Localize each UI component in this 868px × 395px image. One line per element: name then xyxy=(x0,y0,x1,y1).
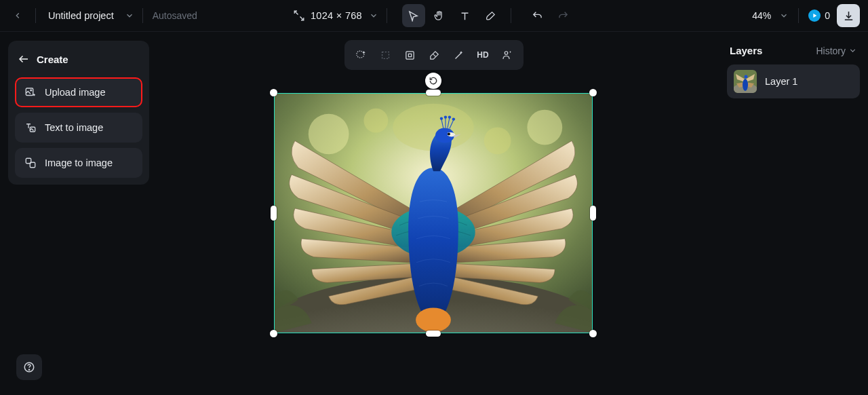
topbar-right: 44% 0 xyxy=(752,4,860,27)
resize-handle-right[interactable] xyxy=(590,206,596,221)
chevron-down-icon xyxy=(779,11,789,20)
svg-point-33 xyxy=(28,369,29,370)
person-sparkle-icon xyxy=(501,49,513,61)
image-to-image-label: Image to image xyxy=(45,157,113,168)
svg-point-10 xyxy=(309,114,349,155)
image-to-image-item[interactable]: Image to image xyxy=(15,148,142,178)
autosaved-status: Autosaved xyxy=(153,10,197,21)
redo-icon xyxy=(557,10,569,22)
upload-image-icon xyxy=(24,86,37,98)
svg-point-25 xyxy=(444,115,447,118)
canvas-toolbar: HD xyxy=(344,40,524,70)
tool-group-history xyxy=(526,4,575,27)
peacock-image xyxy=(275,94,592,333)
download-button[interactable] xyxy=(837,4,860,27)
ai-select-button[interactable] xyxy=(350,44,372,66)
resize-handle-bl[interactable] xyxy=(270,330,277,337)
canvas-image[interactable] xyxy=(274,93,593,333)
select-tool[interactable] xyxy=(402,4,425,27)
chevron-down-icon xyxy=(125,11,134,20)
project-name[interactable]: Untitled project xyxy=(44,10,118,21)
history-button[interactable]: History xyxy=(816,45,857,56)
lasso-sparkle-icon xyxy=(355,49,367,61)
svg-point-27 xyxy=(452,117,455,120)
cursor-icon xyxy=(408,10,419,22)
svg-point-17 xyxy=(416,307,451,332)
divider xyxy=(511,8,511,23)
download-icon xyxy=(843,10,854,22)
resize-handle-tr[interactable] xyxy=(589,89,597,96)
help-icon xyxy=(23,361,35,373)
back-button[interactable] xyxy=(8,6,27,25)
brush-tool[interactable] xyxy=(479,4,502,27)
upload-image-item[interactable]: Upload image xyxy=(15,77,142,107)
brush-icon xyxy=(485,10,496,22)
svg-rect-6 xyxy=(406,51,413,58)
frame-icon xyxy=(404,50,416,61)
credit-icon xyxy=(808,10,821,22)
text-to-image-icon xyxy=(24,121,37,134)
wand-icon xyxy=(453,50,465,61)
rotate-handle[interactable] xyxy=(425,73,441,89)
hd-button[interactable]: HD xyxy=(472,44,494,66)
text-icon xyxy=(459,10,471,22)
resize-canvas-button[interactable] xyxy=(293,10,305,22)
svg-point-8 xyxy=(505,52,508,55)
upload-image-label: Upload image xyxy=(45,87,105,98)
layer-thumbnail xyxy=(734,70,757,93)
svg-point-1 xyxy=(31,90,32,91)
canvas-dimensions[interactable]: 1024 × 768 xyxy=(311,10,362,21)
dimensions-icon xyxy=(293,10,305,22)
hand-icon xyxy=(433,10,445,22)
resize-handle-bottom[interactable] xyxy=(426,331,441,337)
layer-item[interactable]: Layer 1 xyxy=(727,64,860,98)
tool-group-nav xyxy=(402,4,502,27)
svg-rect-5 xyxy=(382,52,389,58)
topbar-center: 1024 × 768 xyxy=(293,4,575,27)
text-to-image-label: Text to image xyxy=(45,122,103,133)
create-title: Create xyxy=(37,54,68,65)
project-dropdown[interactable] xyxy=(125,11,134,20)
svg-point-31 xyxy=(745,75,748,79)
layer-name: Layer 1 xyxy=(765,76,797,87)
image-to-image-icon xyxy=(24,157,37,169)
topbar: Untitled project Autosaved 1024 × 768 xyxy=(0,0,868,32)
resize-handle-tl[interactable] xyxy=(270,89,277,96)
chevron-left-icon xyxy=(13,11,22,20)
workspace: Create Upload image Text to image Image … xyxy=(0,32,868,395)
zoom-dropdown[interactable] xyxy=(779,11,789,20)
undo-icon xyxy=(532,10,543,22)
resize-handle-top[interactable] xyxy=(426,90,441,96)
layers-title: Layers xyxy=(730,45,762,56)
text-tool[interactable] xyxy=(454,4,477,27)
resize-handle-left[interactable] xyxy=(271,206,277,221)
text-to-image-item[interactable]: Text to image xyxy=(15,113,142,143)
layers-panel: Layers History Layer 1 xyxy=(727,41,860,98)
create-header[interactable]: Create xyxy=(15,48,142,72)
arrow-left-icon xyxy=(18,53,30,65)
zoom-level[interactable]: 44% xyxy=(752,10,771,21)
dimensions-dropdown[interactable] xyxy=(369,11,378,20)
divider xyxy=(387,8,387,23)
eraser-icon xyxy=(429,50,440,61)
svg-point-24 xyxy=(440,117,443,119)
svg-point-19 xyxy=(448,133,450,136)
remove-bg-button[interactable] xyxy=(496,44,518,66)
credits-display[interactable]: 0 xyxy=(808,10,830,22)
crop-button[interactable] xyxy=(374,44,396,66)
resize-handle-br[interactable] xyxy=(589,330,597,337)
create-panel: Create Upload image Text to image Image … xyxy=(8,41,149,185)
history-label: History xyxy=(816,45,846,56)
chevron-down-icon xyxy=(848,46,857,55)
erase-button[interactable] xyxy=(423,44,445,66)
layers-header: Layers History xyxy=(727,41,860,64)
canvas-selection[interactable] xyxy=(274,93,593,333)
help-button[interactable] xyxy=(16,354,42,380)
frame-button[interactable] xyxy=(399,44,420,66)
redo-button[interactable] xyxy=(552,4,575,27)
undo-button[interactable] xyxy=(526,4,549,27)
pan-tool[interactable] xyxy=(428,4,451,27)
svg-point-26 xyxy=(448,115,451,118)
svg-point-12 xyxy=(363,109,388,133)
magic-button[interactable] xyxy=(448,44,469,66)
